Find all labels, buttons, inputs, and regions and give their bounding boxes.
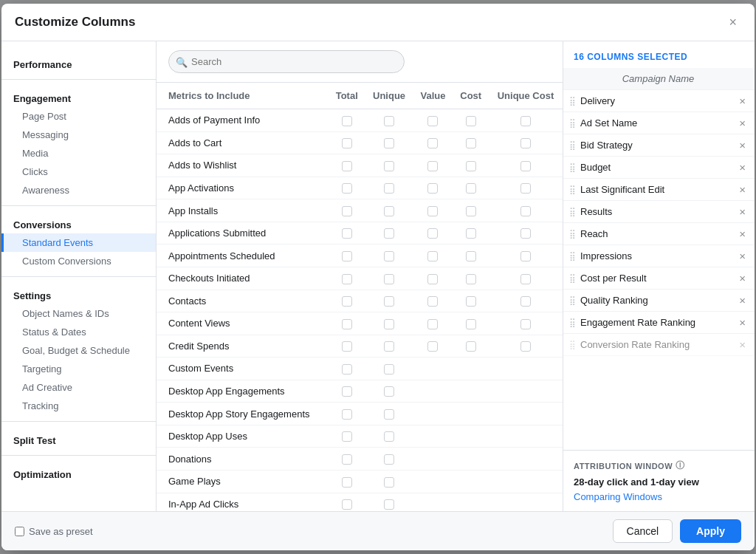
sidebar-item-tracking[interactable]: Tracking bbox=[1, 397, 156, 415]
metric-checkbox[interactable] bbox=[466, 251, 476, 261]
metric-checkbox[interactable] bbox=[466, 274, 476, 284]
cancel-button[interactable]: Cancel bbox=[613, 519, 673, 543]
metric-checkbox[interactable] bbox=[342, 138, 352, 148]
close-button[interactable]: × bbox=[724, 14, 741, 30]
remove-column-button[interactable]: × bbox=[738, 228, 747, 239]
metric-checkbox[interactable] bbox=[384, 228, 394, 239]
metric-checkbox[interactable] bbox=[427, 251, 438, 261]
metric-checkbox[interactable] bbox=[520, 206, 531, 216]
sidebar-item-clicks[interactable]: Clicks bbox=[1, 163, 156, 181]
metric-checkbox[interactable] bbox=[384, 364, 394, 375]
sidebar-item-ad-creative[interactable]: Ad Creative bbox=[1, 378, 156, 397]
metric-checkbox[interactable] bbox=[384, 341, 394, 352]
comparing-windows-link[interactable]: Comparing Windows bbox=[574, 491, 662, 502]
metric-checkbox[interactable] bbox=[384, 183, 394, 194]
metric-checkbox[interactable] bbox=[342, 431, 352, 442]
sidebar-item-custom-conversions[interactable]: Custom Conversions bbox=[1, 252, 156, 270]
drag-handle-icon[interactable]: ⣿ bbox=[569, 340, 576, 350]
search-input[interactable] bbox=[168, 50, 405, 73]
sidebar-item-page-post[interactable]: Page Post bbox=[1, 107, 156, 126]
remove-column-button[interactable]: × bbox=[738, 184, 747, 195]
remove-column-button[interactable]: × bbox=[738, 140, 747, 151]
remove-column-button[interactable]: × bbox=[738, 317, 747, 328]
metric-checkbox[interactable] bbox=[466, 296, 476, 307]
metric-checkbox[interactable] bbox=[342, 206, 352, 216]
metric-checkbox[interactable] bbox=[384, 296, 394, 307]
metric-checkbox[interactable] bbox=[427, 341, 438, 352]
remove-column-button[interactable]: × bbox=[738, 339, 747, 350]
metric-checkbox[interactable] bbox=[466, 341, 476, 352]
metric-checkbox[interactable] bbox=[427, 161, 438, 171]
metric-checkbox[interactable] bbox=[342, 251, 352, 261]
metric-checkbox[interactable] bbox=[427, 319, 438, 329]
sidebar-item-targeting[interactable]: Targeting bbox=[1, 360, 156, 378]
remove-column-button[interactable]: × bbox=[738, 117, 747, 129]
sidebar-item-media[interactable]: Media bbox=[1, 144, 156, 163]
metric-checkbox[interactable] bbox=[520, 228, 531, 239]
metric-checkbox[interactable] bbox=[466, 161, 476, 171]
metric-checkbox[interactable] bbox=[384, 319, 394, 329]
sidebar-item-object-names[interactable]: Object Names & IDs bbox=[1, 304, 156, 323]
sidebar-item-status-dates[interactable]: Status & Dates bbox=[1, 323, 156, 341]
metric-checkbox[interactable] bbox=[384, 274, 394, 284]
metric-checkbox[interactable] bbox=[384, 409, 394, 420]
remove-column-button[interactable]: × bbox=[738, 95, 747, 106]
apply-button[interactable]: Apply bbox=[680, 519, 741, 543]
metric-checkbox[interactable] bbox=[342, 296, 352, 307]
metric-checkbox[interactable] bbox=[520, 319, 531, 329]
remove-column-button[interactable]: × bbox=[738, 295, 747, 306]
metric-checkbox[interactable] bbox=[342, 409, 352, 420]
remove-column-button[interactable]: × bbox=[738, 206, 747, 217]
metric-checkbox[interactable] bbox=[520, 341, 531, 352]
metric-checkbox[interactable] bbox=[384, 138, 394, 148]
metric-checkbox[interactable] bbox=[520, 116, 531, 126]
metric-checkbox[interactable] bbox=[520, 274, 531, 284]
drag-handle-icon[interactable]: ⣿ bbox=[569, 251, 576, 261]
drag-handle-icon[interactable]: ⣿ bbox=[569, 163, 576, 173]
metric-checkbox[interactable] bbox=[520, 183, 531, 194]
drag-handle-icon[interactable]: ⣿ bbox=[569, 118, 576, 129]
metric-checkbox[interactable] bbox=[520, 161, 531, 171]
metric-checkbox[interactable] bbox=[342, 364, 352, 375]
metric-checkbox[interactable] bbox=[342, 274, 352, 284]
metric-checkbox[interactable] bbox=[342, 161, 352, 171]
save-preset-checkbox[interactable] bbox=[15, 527, 24, 536]
metric-checkbox[interactable] bbox=[384, 116, 394, 126]
remove-column-button[interactable]: × bbox=[738, 273, 747, 284]
metric-checkbox[interactable] bbox=[342, 386, 352, 397]
drag-handle-icon[interactable]: ⣿ bbox=[569, 185, 576, 195]
metric-checkbox[interactable] bbox=[342, 228, 352, 239]
metric-checkbox[interactable] bbox=[466, 138, 476, 148]
metric-checkbox[interactable] bbox=[466, 228, 476, 239]
drag-handle-icon[interactable]: ⣿ bbox=[569, 295, 576, 306]
sidebar-item-standard-events[interactable]: Standard Events bbox=[1, 233, 156, 252]
metric-checkbox[interactable] bbox=[342, 183, 352, 194]
metric-checkbox[interactable] bbox=[520, 138, 531, 148]
metric-checkbox[interactable] bbox=[342, 319, 352, 329]
metric-checkbox[interactable] bbox=[384, 499, 394, 510]
metric-checkbox[interactable] bbox=[520, 296, 531, 307]
metric-checkbox[interactable] bbox=[427, 228, 438, 239]
metric-checkbox[interactable] bbox=[427, 116, 438, 126]
metric-checkbox[interactable] bbox=[427, 206, 438, 216]
metric-checkbox[interactable] bbox=[466, 206, 476, 216]
metric-checkbox[interactable] bbox=[384, 477, 394, 488]
metric-checkbox[interactable] bbox=[466, 183, 476, 194]
drag-handle-icon[interactable]: ⣿ bbox=[569, 96, 576, 106]
drag-handle-icon[interactable]: ⣿ bbox=[569, 318, 576, 328]
save-preset-label[interactable]: Save as preset bbox=[15, 526, 93, 537]
sidebar-item-awareness[interactable]: Awareness bbox=[1, 181, 156, 199]
metric-checkbox[interactable] bbox=[384, 161, 394, 171]
metric-checkbox[interactable] bbox=[342, 341, 352, 352]
metric-checkbox[interactable] bbox=[466, 116, 476, 126]
metric-checkbox[interactable] bbox=[342, 116, 352, 126]
sidebar-item-messaging[interactable]: Messaging bbox=[1, 126, 156, 144]
metric-checkbox[interactable] bbox=[342, 499, 352, 510]
metric-checkbox[interactable] bbox=[427, 183, 438, 194]
metric-checkbox[interactable] bbox=[384, 431, 394, 442]
metric-checkbox[interactable] bbox=[427, 274, 438, 284]
metric-checkbox[interactable] bbox=[384, 454, 394, 465]
remove-column-button[interactable]: × bbox=[738, 162, 747, 173]
drag-handle-icon[interactable]: ⣿ bbox=[569, 229, 576, 239]
metric-checkbox[interactable] bbox=[384, 251, 394, 261]
